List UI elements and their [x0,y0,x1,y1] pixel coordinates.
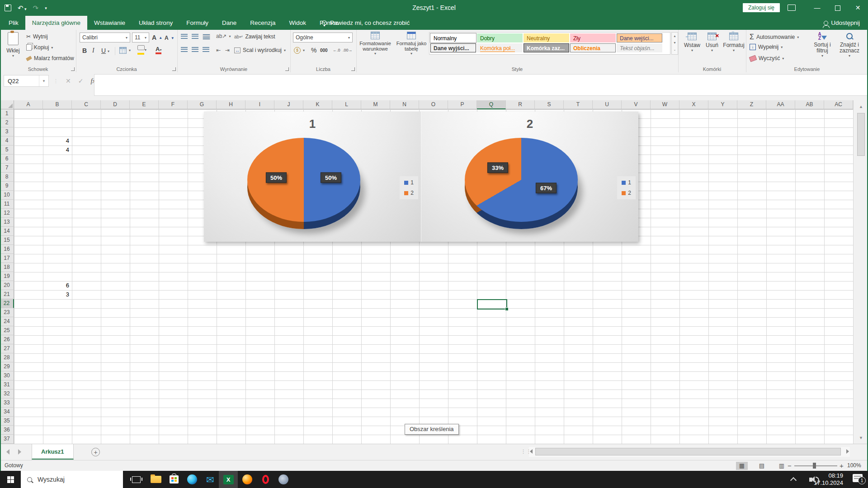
shrink-font-button[interactable]: A▼ [165,35,175,41]
comma-style-button[interactable]: 000 [320,48,328,53]
sort-filter-button[interactable]: AZ Sortuj i filtruj ▾ [810,32,835,58]
excel-taskbar-button[interactable]: X [219,471,238,488]
row-header-12[interactable]: 12 [0,209,14,218]
column-header-U[interactable]: U [593,100,622,109]
zoom-in-icon[interactable]: + [840,460,844,471]
column-header-M[interactable]: M [361,100,390,109]
column-header-R[interactable]: R [506,100,535,109]
number-dialog-launcher-icon[interactable] [351,67,355,71]
scroll-left-icon[interactable] [530,449,533,454]
row-header-34[interactable]: 34 [0,408,14,417]
delete-cells-button[interactable]: ✕ Usuń ▾ [703,33,721,52]
tab-Układ strony[interactable]: Układ strony [132,16,179,30]
column-header-F[interactable]: F [159,100,188,109]
column-header-A[interactable]: A [14,100,43,109]
column-header-X[interactable]: X [679,100,708,109]
sheet-nav-left-icon[interactable] [6,449,9,455]
row-header-22[interactable]: 22 [0,299,14,308]
row-header-3[interactable]: 3 [0,127,14,136]
clipboard-dialog-launcher-icon[interactable] [71,67,75,71]
enter-icon[interactable]: ✓ [78,77,84,84]
cell-B20[interactable]: 6 [43,281,71,290]
column-header-P[interactable]: P [448,100,477,109]
column-header-D[interactable]: D [101,100,130,109]
edge-button[interactable] [183,471,202,488]
tab-Plik[interactable]: Plik [2,16,25,30]
row-header-32[interactable]: 32 [0,389,14,399]
row-header-31[interactable]: 31 [0,380,14,389]
style-Zły[interactable]: Zły [570,33,616,42]
row-header-27[interactable]: 27 [0,344,14,353]
new-sheet-button[interactable]: + [91,448,100,456]
column-header-N[interactable]: N [390,100,419,109]
row-header-1[interactable]: 1 [0,109,14,118]
horizontal-scrollbar[interactable] [529,447,850,457]
share-button[interactable]: Udostępnij [824,16,860,30]
row-header-15[interactable]: 15 [0,236,14,245]
fill-button[interactable]: ↓Wypełnij▾ [750,44,783,50]
column-header-I[interactable]: I [245,100,274,109]
page-break-view-icon[interactable]: ▥ [776,462,788,470]
align-bottom-button[interactable] [203,34,210,40]
align-middle-button[interactable] [192,34,198,39]
format-as-table-button[interactable]: Formatuj jako tabelę ▾ [394,32,429,56]
row-header-25[interactable]: 25 [0,326,14,335]
pie[interactable] [465,138,578,222]
cells-layer[interactable]: 150%50%12267%33%12 Obszar kreślenia 4463 [14,109,853,444]
page-layout-view-icon[interactable]: ▤ [756,462,768,470]
style-Dane wyjści...[interactable]: Dane wyjści... [430,43,476,52]
taskbar-search[interactable]: Wyszukaj [21,471,123,488]
column-header-T[interactable]: T [564,100,593,109]
column-header-O[interactable]: O [419,100,448,109]
scroll-down-icon[interactable]: ▼ [857,434,865,442]
tab-Dane[interactable]: Dane [215,16,243,30]
style-Komórka zaz...[interactable]: Komórka zaz... [524,43,569,52]
underline-button[interactable]: U [101,47,106,54]
name-box-caret-icon[interactable]: ▾ [39,75,48,86]
align-right-button[interactable] [203,47,209,52]
row-header-5[interactable]: 5 [0,145,14,155]
column-header-E[interactable]: E [130,100,159,109]
scroll-right-icon[interactable] [846,449,849,454]
ribbon-display-options-icon[interactable] [788,5,796,11]
style-Dane wejści...[interactable]: Dane wejści... [617,33,662,42]
orientation-button[interactable]: ab↗▾ [216,33,231,39]
column-header-G[interactable]: G [188,100,217,109]
notification-center-button[interactable]: 1 [853,474,863,482]
tab-Widok[interactable]: Widok [282,16,313,30]
copy-button[interactable]: Kopiuj▾ [26,44,53,51]
font-color-button[interactable]: A▾ [156,46,161,54]
italic-button[interactable]: I [92,47,94,54]
pie-chart-1[interactable]: 150%50%12 [204,112,421,242]
column-header-Q[interactable]: Q [477,100,506,109]
column-header-AB[interactable]: AB [795,100,824,109]
column-header-Z[interactable]: Z [737,100,766,109]
column-header-AA[interactable]: AA [766,100,795,109]
decrease-decimal-button[interactable]: .00→ [343,48,353,52]
cancel-icon[interactable]: ✕ [66,77,71,84]
cell-B5[interactable]: 4 [43,145,71,155]
formula-input[interactable] [94,74,868,96]
mail-button[interactable]: ✉ [201,471,220,488]
number-format-select[interactable]: Ogólne▾ [293,33,353,42]
bold-button[interactable]: B [82,47,87,54]
taskbar-clock[interactable]: 08:19 17.10.2024 [814,472,843,487]
style-Tekst objaśn...[interactable]: Tekst objaśn... [617,43,662,52]
tab-Formuły[interactable]: Formuły [179,16,215,30]
format-painter-button[interactable]: Malarz formatów [26,55,74,61]
style-Normalny[interactable]: Normalny [430,33,476,42]
insert-cells-button[interactable]: ← Wstaw ▾ [683,33,702,52]
column-header-V[interactable]: V [622,100,651,109]
zoom-out-icon[interactable]: − [788,460,792,471]
style-gallery-scroll[interactable]: ▲▼⌄ [671,32,678,55]
tab-Narzędzia główne[interactable]: Narzędzia główne [25,16,87,30]
row-header-11[interactable]: 11 [0,200,14,209]
accounting-format-button[interactable]: $▾ [294,47,305,54]
autosum-button[interactable]: ΣAutosumowanie▾ [750,33,799,41]
column-header-S[interactable]: S [535,100,564,109]
task-view-button[interactable] [127,471,146,488]
horizontal-scroll-thumb[interactable] [535,448,841,455]
row-header-29[interactable]: 29 [0,362,14,371]
borders-button[interactable]: ▾ [119,47,131,54]
selection-box[interactable] [477,299,507,310]
